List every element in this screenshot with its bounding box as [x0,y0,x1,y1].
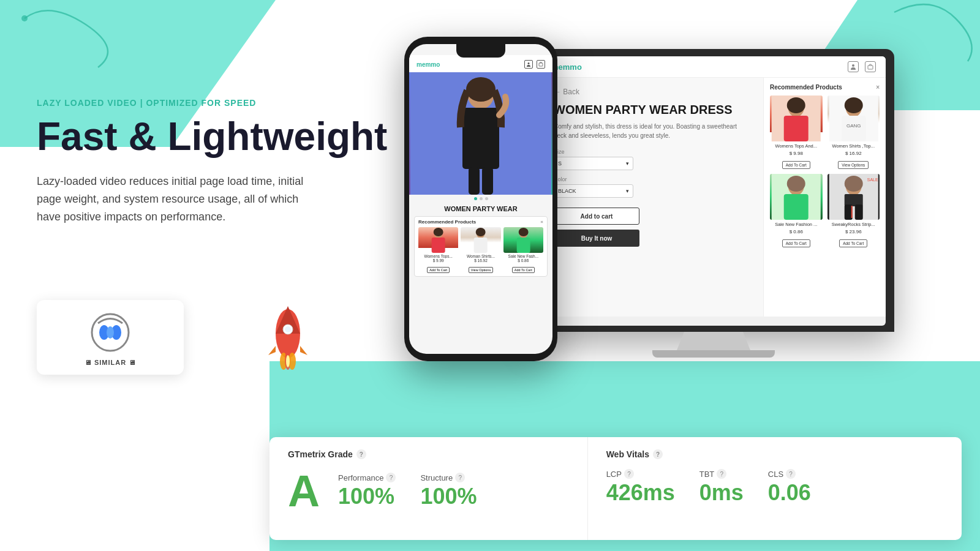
phone-rec-items: Womens Tops... $ 9.99 Add To Cart Woman … [418,227,543,274]
phone-rec-btn-3[interactable]: Add To Cart [512,267,535,273]
gtmetrix-grade-question-icon[interactable]: ? [356,449,366,459]
svg-point-48 [787,176,805,192]
performance-value: 100% [338,484,396,509]
rocket-icon [257,300,318,380]
monitor-rec-price-2: $ 16.92 [827,151,880,156]
logo-badge: 🖥 SIMILAR 🖥 [37,300,184,375]
monitor-add-to-cart-button[interactable]: Add to cart [554,208,639,225]
monitor-rec-title-text: Recommended Products [770,84,842,91]
svg-point-30 [476,228,486,236]
monitor-frame: memmo ← Back WOMEN PARTY WEAR DRESS [533,49,894,332]
monitor-size-value: S [558,160,562,167]
phone-rec-name-2: Woman Shirts... [461,254,500,258]
svg-rect-38 [784,116,809,141]
lcp-question-icon[interactable]: ? [624,469,634,479]
monitor-color-select[interactable]: BLACK ▾ [554,184,633,198]
monitor-rec-img-1 [770,96,823,141]
phone-notch [456,44,505,58]
svg-point-34 [852,64,854,67]
monitor-rec-action-btn-3[interactable]: Add To Cart [782,239,810,247]
svg-rect-21 [462,108,499,169]
rocket-decoration [257,300,318,382]
hero-description: Lazy-loaded video reduces initial page l… [37,173,318,225]
cls-question-icon[interactable]: ? [786,469,796,479]
web-vitals-metrics: LCP ? 426ms TBT ? 0ms CLS [606,469,943,506]
cls-label: CLS ? [768,469,811,479]
phone-rec-close[interactable]: × [540,219,543,225]
web-vitals-title-text: Web Vitals [606,449,649,459]
monitor-user-icon[interactable] [848,61,859,72]
svg-rect-26 [432,238,445,253]
svg-point-43 [844,97,862,113]
lcp-label: LCP ? [606,469,675,479]
logo-icon-left: 🖥 [85,359,92,366]
monitor-rec-close-button[interactable]: × [876,84,880,91]
brand-logo-icon [86,311,135,354]
phone-cart-icon [537,60,545,69]
svg-rect-47 [784,194,809,220]
performance-metric: Performance ? 100% [338,473,396,509]
phone-rec-title: Recommended Products [418,219,476,225]
monitor-size-select[interactable]: S ▾ [554,157,633,170]
phone-dot-2 [480,197,483,200]
monitor-rec-img-3 [770,174,823,220]
svg-point-10 [285,326,291,332]
svg-marker-12 [300,346,307,355]
list-item: SALE SweakyRocks Strip... $ 23.96 Add To… [827,174,880,247]
svg-point-22 [466,77,496,102]
performance-question-icon[interactable]: ? [386,473,396,482]
monitor-buy-now-button[interactable]: Buy It now [554,230,639,247]
phone-rec-price-1: $ 9.99 [418,258,458,263]
logo-label: 🖥 SIMILAR 🖥 [49,359,172,366]
monitor-color-label: Color [554,176,751,182]
phone-rec-name-3: Sale New Fash... [503,254,543,258]
phone-rec-btn-2[interactable]: View Options [469,267,493,273]
phone-rec-btn-1[interactable]: Add To Cart [427,267,450,273]
gtmetrix-grade-title-text: GTmetrix Grade [288,449,353,459]
web-vitals-section: Web Vitals ? LCP ? 426ms TBT ? [588,437,962,540]
monitor-rec-name-3: Sale New Fashion ... [770,222,823,228]
svg-rect-42 [841,116,865,141]
monitor-cart-icon[interactable] [865,61,876,72]
svg-rect-35 [868,66,873,69]
phone-brand: memmo [417,61,440,68]
svg-point-6 [107,326,114,339]
performance-label: Performance ? [338,473,396,482]
cls-metric: CLS ? 0.06 [768,469,811,506]
monitor-color-value: BLACK [558,188,576,194]
monitor-header-icons [848,61,876,72]
phone-header-icons [524,60,545,69]
logo-icon-right: 🖥 [129,359,136,366]
hero-subtitle: LAZY LOADED VIDEO | OPTIMIZED FOR SPEED [37,98,392,108]
phone-user-icon [524,60,533,69]
monitor-rec-name-2: Women Shirts ,Top... [827,143,880,149]
tbt-question-icon[interactable]: ? [717,469,726,479]
web-vitals-question-icon[interactable]: ? [653,449,663,459]
svg-point-17 [528,62,530,64]
phone-rec-header: Recommended Products × [418,219,543,225]
monitor-back-arrow[interactable]: ← Back [554,88,751,96]
monitor-rec-action-btn-2[interactable]: View Options [838,161,869,169]
monitor-rec-action-btn-1[interactable]: Add To Cart [782,161,810,169]
phone-dot-3 [485,197,488,200]
monitor-rec-action-btn-4[interactable]: Add To Cart [839,239,867,247]
hero-section: LAZY LOADED VIDEO | OPTIMIZED FOR SPEED … [37,98,392,257]
web-vitals-title: Web Vitals ? [606,449,943,459]
svg-point-55 [844,176,862,192]
list-item: Womens Tops... $ 9.99 Add To Cart [418,227,458,274]
structure-label: Structure ? [420,473,477,482]
list-item: Sale New Fash... $ 0.86 Add To Cart [503,227,543,274]
phone-screen: memmo [409,44,552,354]
phone-rec-price-3: $ 0.86 [503,258,543,263]
list-item: Womens Tops And... $ 9.98 Add To Cart [770,96,823,169]
svg-marker-11 [268,346,276,355]
svg-point-33 [518,228,528,236]
logo-text: SIMILAR [94,359,126,366]
svg-rect-23 [469,167,480,195]
gtmetrix-grade-title: GTmetrix Grade ? [288,449,569,459]
monitor-select-arrow: ▾ [626,160,629,167]
phone-product-image [409,72,552,195]
structure-question-icon[interactable]: ? [455,473,465,482]
monitor-content: ← Back WOMEN PARTY WEAR DRESS Comfy and … [541,78,886,317]
svg-point-16 [286,355,290,367]
